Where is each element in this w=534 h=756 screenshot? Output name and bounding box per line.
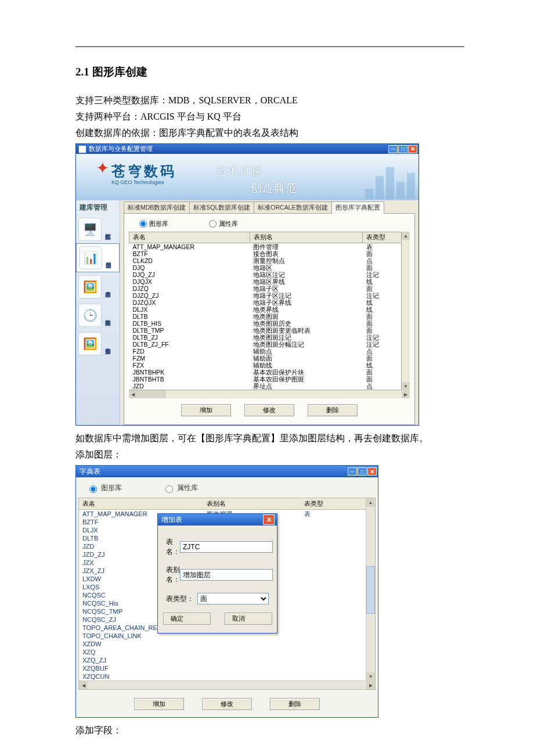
tab-orcale[interactable]: 标准ORCALE数据库创建 [254, 201, 331, 214]
radio-graph-input[interactable] [89, 485, 97, 493]
col-name[interactable]: 表名 [79, 498, 203, 510]
grid-hscroll[interactable]: ◀ ▶ [129, 390, 410, 398]
cancel-button[interactable]: 取消 [225, 613, 272, 625]
table-cell: 地籍区 [250, 264, 363, 271]
radio-graph-input[interactable] [139, 220, 147, 228]
table-row[interactable]: XZDW [79, 640, 375, 648]
table-cell: DJZQJX [129, 299, 250, 306]
table-row[interactable]: XZQBUF [79, 664, 375, 672]
table-cell [301, 607, 375, 615]
hscroll-thumb[interactable] [137, 390, 166, 398]
close-button[interactable]: ✕ [367, 467, 377, 476]
table-row[interactable]: XZQ [79, 648, 375, 656]
scroll-up-icon[interactable]: ▲ [366, 498, 375, 507]
table-row[interactable]: DLTB_HIS地类图斑历史面 [129, 320, 410, 327]
table-row[interactable]: JBNTBHPK基本农田保护片块面 [129, 369, 410, 376]
grid-hscroll[interactable]: ◀ ▶ [79, 681, 375, 689]
dict-grid[interactable]: 表名 表别名 表类型 ATT_MAP_MANAGER图件管理表BZTF接合图表面… [129, 232, 410, 390]
table-row[interactable]: DLTB_TMP地类图斑变更临时表面 [129, 327, 410, 334]
scroll-down-icon[interactable]: ▼ [402, 382, 410, 390]
radio-attr-input[interactable] [209, 220, 217, 228]
hscroll-track[interactable] [88, 681, 366, 689]
grid-vscroll[interactable]: ▲ ▼ [366, 498, 375, 681]
slogan-line-1: 追求卓越 [215, 164, 262, 177]
maximize-button[interactable]: □ [358, 467, 367, 476]
table-row[interactable]: FZM辅助面面 [129, 355, 410, 362]
table-row[interactable]: FZD辅助点点 [129, 348, 410, 355]
table-name-input[interactable] [180, 541, 273, 553]
tab-sql[interactable]: 标准SQL数据库创建 [189, 201, 254, 214]
radio-graph[interactable]: 图形库 [86, 483, 122, 493]
delete-button[interactable]: 删除 [308, 404, 358, 416]
grid-vscroll[interactable]: ▲ ▼ [401, 232, 410, 390]
hscroll-track[interactable] [137, 390, 402, 398]
table-row[interactable]: JZD界址点点 [129, 383, 410, 390]
ok-button[interactable]: 确定 [163, 613, 211, 625]
table-cell [301, 624, 375, 632]
scroll-left-icon[interactable]: ◀ [129, 390, 137, 398]
table-row[interactable]: DLTB_ZJ_FF地类图斑分幅注记注记 [129, 341, 410, 348]
add-button[interactable]: 增加 [181, 404, 231, 416]
radio-attr[interactable]: 属性库 [209, 219, 238, 228]
table-row[interactable]: DLJX地类界线线 [129, 306, 410, 313]
table-row[interactable]: DLTB_ZJ地类图斑注记注记 [129, 334, 410, 341]
maximize-button[interactable]: □ [398, 145, 407, 153]
col-alias[interactable]: 表别名 [250, 232, 363, 243]
table-type-select[interactable]: 面 [197, 593, 269, 604]
tail-text: 添加字段： [75, 723, 464, 737]
tab-dict[interactable]: 图形库字典配置 [331, 201, 384, 214]
table-row[interactable]: XZQ_ZJ [79, 656, 375, 664]
clock-icon: 🕒 [78, 304, 102, 327]
table-row[interactable]: BZTF接合图表面 [129, 250, 410, 257]
minimize-button[interactable]: ─ [348, 467, 357, 476]
sidebar-item-graph-create[interactable]: 📊 图形库创建 [76, 243, 120, 272]
delete-button[interactable]: 删除 [270, 698, 320, 710]
table-cell [301, 575, 375, 583]
table-cell: DLTB_ZJ [129, 334, 250, 341]
table-cell [301, 583, 375, 591]
table-alias-input[interactable] [180, 569, 273, 581]
add-button[interactable]: 增加 [134, 698, 184, 710]
table-row[interactable]: CLKZD测量控制点点 [129, 257, 410, 264]
scroll-right-icon[interactable]: ▶ [402, 390, 410, 398]
table-row[interactable]: JBNTBHTB基本农田保护图斑面 [129, 376, 410, 383]
scroll-up-icon[interactable]: ▲ [402, 232, 410, 240]
table-row[interactable]: FZX辅助线线 [129, 362, 410, 369]
scroll-down-icon[interactable]: ▼ [366, 672, 375, 681]
edit-button[interactable]: 修改 [244, 404, 294, 416]
col-alias[interactable]: 表别名 [203, 498, 301, 510]
col-name[interactable]: 表名 [129, 232, 250, 243]
table-cell: DLJX [129, 306, 250, 313]
table-cell: JZD [129, 383, 250, 390]
table-row[interactable]: DJZQ_ZJ地籍子区注记注记 [129, 292, 410, 299]
dialog-close-button[interactable]: ✕ [263, 514, 275, 525]
table-row[interactable]: DJQ地籍区面 [129, 264, 410, 271]
scroll-right-icon[interactable]: ▶ [366, 681, 375, 689]
sidebar-item-db-config[interactable]: 🖥️ 数据库配置 [76, 215, 120, 243]
dialog-title: 增加表 [161, 515, 263, 525]
vscroll-thumb[interactable] [366, 566, 375, 614]
table-row[interactable]: DJZQJX地籍子区界线线 [129, 299, 410, 306]
edit-button[interactable]: 修改 [202, 698, 252, 710]
close-button[interactable]: ✕ [408, 145, 417, 153]
table-row[interactable]: DJQ_ZJ地籍区注记注记 [129, 271, 410, 278]
table-row[interactable]: XZQCUN [79, 672, 375, 681]
radio-graph[interactable]: 图形库 [139, 219, 168, 228]
minimize-button[interactable]: ─ [388, 145, 398, 153]
sidebar-item-biz-create[interactable]: 🖼️ 业务库创建 [76, 272, 120, 301]
table-row[interactable]: DLTB地类图斑面 [129, 313, 410, 320]
radio-attr[interactable]: 属性库 [163, 483, 198, 493]
sidebar-item-db-backup[interactable]: 🖼️ 数据库备份 [76, 329, 120, 358]
table-cell: XZQ [79, 648, 203, 656]
table-row[interactable]: ATT_MAP_MANAGER图件管理表 [129, 243, 410, 251]
grid-buttons: 增加 修改 删除 [76, 690, 378, 717]
table-row[interactable]: DJQJX地籍区界线线 [129, 278, 410, 285]
radio-attr-label: 属性库 [219, 219, 238, 228]
tab-mdb[interactable]: 标准MDB数据库创建 [124, 201, 190, 214]
scroll-left-icon[interactable]: ◀ [79, 681, 88, 689]
col-type[interactable]: 表类型 [301, 498, 375, 510]
sidebar-item-db-check[interactable]: 🕒 数据库检查 [76, 301, 120, 329]
radio-attr-input[interactable] [165, 485, 173, 493]
intro-text: 支持三种类型数据库：MDB，SQLSERVER，ORCALE 支持两种平台：AR… [75, 93, 464, 140]
table-row[interactable]: DJZQ地籍子区面 [129, 285, 410, 292]
